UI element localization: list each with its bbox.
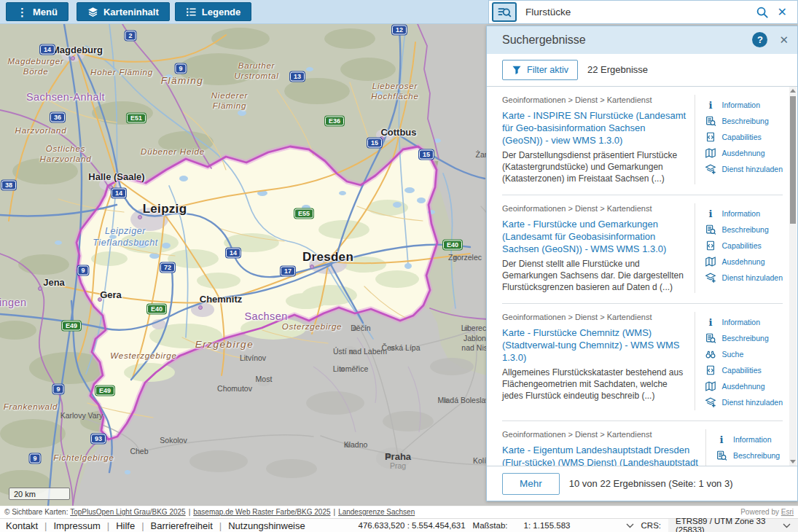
result-action-link[interactable]: Capabilities: [705, 129, 783, 145]
action-label: Dienst hinzuladen: [722, 165, 783, 173]
footer-link[interactable]: Hilfe: [116, 520, 135, 531]
result-action-link[interactable]: Capabilities: [705, 362, 783, 378]
search-clear-icon[interactable]: ✕: [778, 5, 787, 19]
filter-funnel-icon: [512, 65, 522, 75]
result-action-link[interactable]: Information: [705, 206, 783, 222]
panel-close-icon[interactable]: ✕: [779, 34, 789, 47]
result-title-link[interactable]: Karte - Flurstücke Chemnitz (WMS) (Stadt…: [502, 326, 687, 364]
result-breadcrumb: Geoinformationen > Dienst > Kartendienst: [502, 95, 687, 105]
attribution-separator: |: [189, 508, 191, 516]
result-action-link[interactable]: Dienst hinzuladen: [705, 161, 783, 177]
search-input[interactable]: [524, 6, 756, 18]
more-button[interactable]: Mehr: [502, 473, 560, 495]
result-title-link[interactable]: Karte - Eigentum Landeshauptstadt Dresde…: [502, 444, 698, 466]
action-icon: [705, 240, 716, 251]
help-button[interactable]: ?: [752, 32, 767, 47]
footer-separator: |: [141, 520, 144, 531]
legend-list-icon: [186, 7, 197, 17]
action-label: Beschreibung: [722, 117, 769, 125]
result-action-link[interactable]: Information: [716, 431, 783, 447]
filter-active-button[interactable]: Filter aktiv: [502, 60, 578, 80]
attribution-link[interactable]: Landesgrenze Sachsen: [338, 508, 415, 516]
scale-bar-label: 20 km: [14, 490, 36, 498]
result-description: Der Darstellungsdienst präsentiert Flurs…: [502, 149, 687, 184]
panel-title: Suchergebnisse: [502, 34, 752, 47]
search-result-item: Geoinformationen > Dienst > Kartendienst…: [502, 421, 783, 466]
action-label: Information: [722, 101, 761, 109]
action-icon: [705, 396, 716, 408]
action-icon: [705, 348, 716, 360]
cursor-coordinates: 476.633,520 : 5.554.454,631: [358, 521, 465, 530]
crs-label: CRS:: [641, 521, 661, 530]
scroll-up-arrow-icon[interactable]: [790, 87, 796, 95]
footer-separator: |: [44, 520, 47, 531]
result-action-link[interactable]: Ausdehnung: [705, 378, 783, 394]
result-action-link[interactable]: Capabilities: [705, 238, 783, 254]
action-icon: [705, 272, 716, 283]
action-label: Ausdehnung: [722, 149, 765, 157]
action-icon: [705, 364, 716, 376]
legende-button[interactable]: Legende: [175, 2, 251, 21]
footer-link[interactable]: Nutzungshinweise: [228, 520, 305, 531]
result-action-link[interactable]: Information: [705, 314, 783, 330]
action-icon: [705, 256, 716, 267]
scale-bar: 20 km: [9, 488, 70, 500]
crs-select[interactable]: ETRS89 / UTM Zone 33 (25833): [668, 519, 798, 532]
scale-select[interactable]: 1: 1.155.583: [514, 519, 641, 532]
results-scrollbar[interactable]: [789, 87, 797, 466]
action-label: Beschreibung: [722, 334, 769, 343]
attribution-link[interactable]: basemap.de Web Raster Farbe/BKG 2025: [193, 508, 330, 516]
result-actions: Information Beschreibung Suche Capabilit…: [695, 312, 783, 410]
footer-link[interactable]: Barrierefreiheit: [151, 520, 213, 531]
result-action-link[interactable]: Dienst hinzuladen: [705, 394, 783, 410]
result-breadcrumb: Geoinformationen > Dienst > Kartendienst: [502, 429, 698, 439]
scale-label: Maßstab:: [473, 521, 508, 530]
search-bar: ✕: [488, 0, 798, 24]
result-action-link[interactable]: Beschreibung: [705, 113, 783, 129]
menu-button[interactable]: ⋮ Menü: [6, 2, 69, 21]
result-action-link[interactable]: Suche: [705, 346, 783, 362]
result-title-link[interactable]: Karte - Flurstücke und Gemarkungen (Land…: [502, 218, 687, 255]
scroll-down-arrow-icon[interactable]: [790, 458, 796, 465]
result-action-link[interactable]: Information: [705, 97, 783, 113]
result-action-link[interactable]: Beschreibung: [705, 222, 783, 238]
search-result-item: Geoinformationen > Dienst > Kartendienst…: [502, 304, 783, 421]
action-icon: [716, 450, 727, 461]
search-result-item: Geoinformationen > Dienst > Kartendienst…: [502, 87, 783, 195]
attribution-separator: |: [334, 508, 336, 516]
footer-link[interactable]: Kontakt: [6, 520, 38, 531]
legende-button-label: Legende: [202, 7, 240, 17]
result-action-link[interactable]: Beschreibung: [705, 330, 783, 346]
karteninhalt-button[interactable]: Karteninhalt: [77, 2, 170, 21]
result-action-link[interactable]: Dienst hinzuladen: [705, 270, 783, 286]
result-description: Allgemeines Flurstückskataster bestehend…: [502, 367, 687, 402]
karteninhalt-button-label: Karteninhalt: [103, 7, 159, 17]
action-label: Beschreibung: [722, 225, 769, 234]
action-icon: [705, 115, 716, 127]
result-action-link[interactable]: Beschreibung: [716, 447, 783, 463]
action-icon: [705, 99, 716, 111]
filter-row: Filter aktiv 22 Ergebnisse: [487, 54, 797, 87]
esri-link[interactable]: Esri: [781, 508, 794, 516]
pagination-status: 10 von 22 Ergebnissen (Seite: 1 von 3): [569, 478, 733, 489]
action-icon: [705, 332, 716, 344]
action-label: Capabilities: [722, 366, 762, 375]
attribution-link[interactable]: TopPlusOpen Light Grau/BKG 2025: [70, 508, 185, 516]
search-filter-toggle[interactable]: [492, 2, 517, 22]
result-action-link[interactable]: Ausdehnung: [705, 145, 783, 161]
crs-value: ETRS89 / UTM Zone 33 (25833): [676, 517, 783, 532]
search-submit-icon[interactable]: [756, 6, 769, 19]
chevron-down-icon: [626, 523, 634, 528]
action-icon: [705, 224, 716, 235]
result-title-link[interactable]: Karte - INSPIRE SN Flurstücke (Landesamt…: [502, 109, 687, 146]
action-label: Beschreibung: [733, 451, 780, 460]
menu-button-label: Menü: [33, 7, 58, 17]
search-results-panel: Suchergebnisse ? ✕ Filter aktiv 22 Ergeb…: [486, 26, 798, 501]
chevron-down-icon: [783, 523, 791, 528]
footer-link[interactable]: Impressum: [53, 520, 100, 531]
scrollbar-thumb[interactable]: [790, 96, 796, 224]
results-list[interactable]: Geoinformationen > Dienst > Kartendienst…: [487, 87, 797, 466]
result-action-link[interactable]: Ausdehnung: [705, 254, 783, 270]
menu-dots-icon: ⋮: [17, 7, 28, 17]
footer-separator: |: [219, 520, 222, 531]
